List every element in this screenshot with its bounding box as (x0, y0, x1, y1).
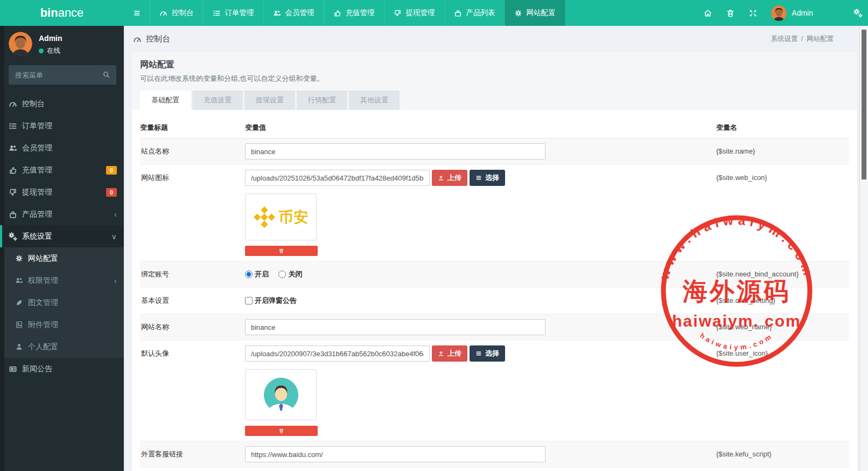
home-icon[interactable] (703, 9, 712, 18)
var-name: {$site.web_name} (716, 319, 849, 335)
table-row: 网站图标 上传 选择 (140, 165, 849, 261)
default-avatar-image (260, 374, 302, 416)
var-name: {$site.name} (716, 143, 849, 160)
topnav-tab-products[interactable]: 产品列表 (444, 0, 505, 26)
list-icon (9, 122, 17, 130)
search-icon[interactable] (102, 71, 110, 79)
delete-web-icon-button[interactable] (245, 246, 318, 256)
web-icon-path-input[interactable] (245, 170, 430, 186)
content-title-text: 控制台 (146, 34, 170, 44)
popup-notice-checkbox-option[interactable]: 开启弹窗公告 (245, 293, 297, 309)
sidebar-item-recharge[interactable]: 充值管理0 (0, 159, 124, 181)
bag-icon (454, 9, 462, 17)
system-settings-submenu: 网站配置 权限管理‹ 图文管理 附件管理 个人配置 (0, 247, 124, 358)
choose-button[interactable]: 选择 (470, 170, 505, 186)
sidebar-user-name: Admin (39, 34, 62, 43)
sidebar-item-articles[interactable]: 图文管理 (0, 292, 124, 314)
sidebar-item-withdraw[interactable]: 提现管理0 (0, 181, 124, 203)
kefu-link-input[interactable] (245, 446, 545, 462)
sidebar-item-site-config[interactable]: 网站配置 (0, 247, 124, 269)
web-name-input[interactable] (245, 319, 545, 335)
settings-cogs-icon[interactable] (853, 9, 863, 18)
tab-label: 网站配置 (527, 8, 556, 18)
tab-recharge-settings[interactable]: 充值设置 (192, 91, 243, 110)
cogs-icon (9, 232, 17, 241)
sidebar-toggle-button[interactable]: ≡ (124, 0, 150, 26)
sidebar-item-dashboard[interactable]: 控制台 (0, 93, 124, 115)
topnav-tab-dashboard[interactable]: 控制台 (150, 0, 203, 26)
gauge-icon (159, 9, 167, 17)
radio-on[interactable] (245, 271, 253, 278)
app-logo[interactable]: binance (0, 0, 124, 26)
tab-market-settings[interactable]: 行情配置 (297, 91, 347, 110)
topnav-tab-orders[interactable]: 订单管理 (203, 0, 263, 26)
site-config-panel: 网站配置 可以在此增改系统的变量和分组,也可以自定义分组和变量。 基础配置 充值… (132, 52, 857, 471)
trash-icon[interactable] (726, 9, 735, 18)
menu-label: 附件管理 (28, 320, 58, 330)
sidebar-item-members[interactable]: 会员管理 (0, 137, 124, 159)
tab-label: 提现管理 (406, 8, 435, 18)
table-row: 外置客服链接 {$site.kefu_script} (140, 441, 849, 468)
table-header-row: 变量标题 变量值 变量名 (140, 117, 849, 138)
col-header-var-value: 变量值 (245, 123, 716, 133)
sidebar-item-orders[interactable]: 订单管理 (0, 115, 124, 137)
topnav-tab-site-config[interactable]: 网站配置 (505, 0, 565, 26)
sidebar-item-product-management[interactable]: 产品管理‹ (0, 203, 124, 225)
var-name: {$site.user_icon} (716, 345, 849, 362)
topnav-tab-members[interactable]: 会员管理 (263, 0, 324, 26)
list-bars-icon (475, 350, 482, 357)
upload-button[interactable]: 上传 (432, 170, 467, 186)
site-name-input[interactable] (245, 143, 545, 160)
withdraw-count-badge: 0 (106, 188, 117, 197)
breadcrumb-separator: / (801, 35, 803, 43)
sidebar-item-news[interactable]: 新闻公告 (0, 358, 124, 380)
scrollbar-track[interactable] (859, 26, 868, 471)
choose-button[interactable]: 选择 (470, 345, 505, 362)
menu-label: 图文管理 (28, 298, 58, 308)
delete-avatar-button[interactable] (245, 426, 318, 436)
popup-notice-checkbox[interactable] (245, 297, 253, 304)
tab-other-settings[interactable]: 其他设置 (349, 91, 400, 110)
breadcrumb-system-settings[interactable]: 系统设置 (771, 35, 798, 43)
table-row: 默认头像 上传 选择 {$site.user_icon} (140, 341, 849, 441)
user-name: Admin (792, 9, 813, 17)
sidebar-item-profile[interactable]: 个人配置 (0, 336, 124, 358)
user-menu[interactable]: Admin (771, 5, 813, 21)
fullscreen-icon[interactable] (748, 9, 758, 18)
sidebar-item-attachments[interactable]: 附件管理 (0, 314, 124, 336)
top-tab-bar: 控制台 订单管理 会员管理 充值管理 提现管理 产品列表 网站配置 (150, 0, 565, 26)
tab-label: 控制台 (172, 8, 194, 18)
row-label: 默认头像 (140, 345, 245, 362)
bind-account-off-option[interactable]: 关闭 (278, 266, 302, 282)
default-avatar-path-input[interactable] (245, 345, 430, 362)
var-name: {$site.kefu_script} (716, 446, 849, 462)
sidebar-search (9, 65, 116, 85)
topnav-tab-recharge[interactable]: 充值管理 (324, 0, 384, 26)
topnav-tab-withdraw[interactable]: 提现管理 (384, 0, 444, 26)
row-label: 外置客服链接 (140, 446, 245, 462)
list-bars-icon (475, 175, 482, 181)
chevron-left-icon: ‹ (114, 276, 117, 285)
avatar (771, 5, 787, 21)
avatar (9, 32, 32, 56)
navbar-right-controls: Admin (703, 5, 868, 21)
row-label: 基本设置 (140, 293, 245, 309)
sidebar: Admin 在线 控制台 订单管理 会员管理 充值管理0 提现管理0 产品管理‹… (0, 26, 124, 471)
menu-label: 会员管理 (22, 143, 52, 153)
logo-rest: ance (58, 6, 84, 19)
scrollbar-thumb[interactable] (862, 30, 866, 179)
bag-icon (9, 210, 17, 219)
breadcrumb-site-config[interactable]: 网站配置 (807, 35, 834, 43)
menu-label: 产品管理 (22, 210, 52, 219)
sidebar-item-permissions[interactable]: 权限管理‹ (0, 269, 124, 292)
menu-label: 网站配置 (28, 254, 58, 264)
search-input[interactable] (9, 65, 116, 85)
upload-button[interactable]: 上传 (432, 345, 467, 362)
table-row: 绑定账号 开启 关闭 {$site.need_bind_account} (140, 261, 849, 288)
menu-label: 提现管理 (22, 188, 52, 197)
tab-basic-config[interactable]: 基础配置 (140, 91, 191, 110)
bind-account-on-option[interactable]: 开启 (245, 266, 269, 282)
sidebar-item-system-settings[interactable]: 系统设置∨ (0, 225, 124, 247)
tab-withdraw-settings[interactable]: 提现设置 (244, 91, 295, 110)
radio-off[interactable] (278, 271, 286, 278)
